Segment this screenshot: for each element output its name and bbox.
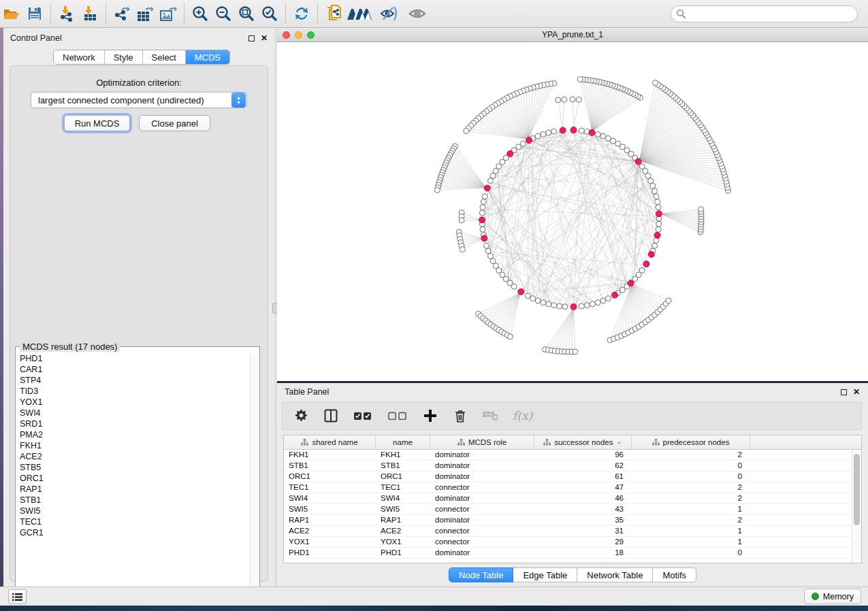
ring-node[interactable] <box>482 194 487 199</box>
mcds-result-item[interactable]: STB1 <box>16 495 249 506</box>
mcds-node[interactable] <box>589 129 595 135</box>
column-header-successor-nodes[interactable]: successor nodes⌄ <box>534 435 632 449</box>
table-row[interactable]: RAP1RAP1dominator352 <box>284 515 852 526</box>
export-network-icon[interactable] <box>110 3 133 24</box>
ring-node[interactable] <box>656 227 661 232</box>
export-table-icon[interactable] <box>133 3 157 24</box>
mcds-node[interactable] <box>570 303 577 310</box>
float-panel-icon[interactable] <box>841 389 847 395</box>
show-columns-icon[interactable] <box>323 408 338 424</box>
tab-motifs[interactable]: Motifs <box>653 567 696 582</box>
refresh-icon[interactable] <box>290 3 313 24</box>
ring-node[interactable] <box>648 178 654 184</box>
mcds-result-list[interactable]: PHD1CAR1STP4TID3YOX1SWI4SRD1PMA2FKH1ACE2… <box>16 353 249 597</box>
ring-node[interactable] <box>639 267 645 273</box>
ring-node[interactable] <box>579 303 584 309</box>
ring-node[interactable] <box>551 303 557 308</box>
memory-button[interactable]: Memory <box>804 589 861 604</box>
column-header-shared-name[interactable]: shared name <box>284 435 376 449</box>
ring-node[interactable] <box>611 138 616 144</box>
ring-node[interactable] <box>483 243 489 248</box>
leaf-node[interactable] <box>570 97 575 102</box>
leaf-node[interactable] <box>434 187 440 193</box>
close-panel-icon[interactable]: ✕ <box>853 389 860 395</box>
table-row[interactable]: FKH1FKH1dominator962 <box>284 450 852 461</box>
mcds-node[interactable] <box>570 127 577 133</box>
show-details-icon[interactable] <box>404 3 432 24</box>
tab-style[interactable]: Style <box>105 50 143 64</box>
ring-node[interactable] <box>479 210 485 216</box>
mcds-node[interactable] <box>648 251 654 257</box>
ring-node[interactable] <box>605 296 611 301</box>
ring-node[interactable] <box>605 135 611 141</box>
ring-node[interactable] <box>551 129 557 134</box>
tab-node-table[interactable]: Node Table <box>449 567 514 582</box>
table-row[interactable]: YOX1YOX1connector291 <box>284 537 852 548</box>
leaf-node[interactable] <box>576 97 581 102</box>
table-row[interactable]: SWI5SWI5connector431 <box>284 504 852 515</box>
table-row[interactable]: TEC1TEC1connector472 <box>284 482 852 493</box>
leaf-node[interactable] <box>460 246 465 252</box>
mcds-list-scrollbar[interactable] <box>250 353 259 597</box>
ring-node[interactable] <box>546 130 551 135</box>
network-graph[interactable] <box>277 42 868 381</box>
close-panel-button[interactable]: Close panel <box>139 115 210 131</box>
ring-node[interactable] <box>557 303 562 309</box>
mcds-node[interactable] <box>479 217 485 223</box>
tab-edge-table[interactable]: Edge Table <box>513 567 577 582</box>
ring-node[interactable] <box>487 253 493 259</box>
ring-node[interactable] <box>590 301 595 307</box>
mcds-node[interactable] <box>507 150 513 156</box>
save-icon[interactable] <box>23 3 46 24</box>
ring-node[interactable] <box>535 298 541 303</box>
function-builder-icon[interactable]: f(x) <box>513 409 532 423</box>
ring-node[interactable] <box>656 221 662 227</box>
ring-node[interactable] <box>480 227 485 232</box>
network-canvas[interactable] <box>277 42 868 381</box>
optimization-criterion-dropdown[interactable]: largest connected component (undirected)… <box>31 92 247 108</box>
mcds-result-item[interactable]: SRD1 <box>16 418 249 429</box>
table-settings-gear-icon[interactable] <box>293 408 308 424</box>
clone-network-icon[interactable] <box>322 3 345 24</box>
ring-node[interactable] <box>600 298 606 303</box>
tab-select[interactable]: Select <box>143 50 186 64</box>
deselect-all-rows-icon[interactable] <box>387 408 408 424</box>
mcds-result-item[interactable]: ORC1 <box>16 473 249 484</box>
mcds-node[interactable] <box>481 235 487 242</box>
mcds-result-item[interactable]: TEC1 <box>16 516 249 527</box>
mcds-result-item[interactable]: TID3 <box>16 386 249 397</box>
ring-node[interactable] <box>530 296 536 301</box>
ring-node[interactable] <box>579 128 584 133</box>
ring-node[interactable] <box>525 293 530 299</box>
ring-node[interactable] <box>541 300 546 306</box>
zoom-selected-icon[interactable] <box>258 3 281 24</box>
search-input[interactable] <box>671 5 858 22</box>
select-all-rows-icon[interactable] <box>353 408 372 424</box>
leaf-node[interactable] <box>562 97 567 102</box>
ring-node[interactable] <box>639 164 645 169</box>
ring-node[interactable] <box>480 205 485 210</box>
task-history-button[interactable] <box>8 589 27 604</box>
add-column-icon[interactable] <box>423 408 438 424</box>
mcds-node[interactable] <box>635 159 641 165</box>
ring-node[interactable] <box>541 131 546 137</box>
ring-node[interactable] <box>535 133 541 139</box>
ring-node[interactable] <box>656 205 661 210</box>
ring-node[interactable] <box>562 304 568 310</box>
ring-node[interactable] <box>650 183 656 188</box>
zoom-in-icon[interactable] <box>189 3 212 24</box>
ring-node[interactable] <box>595 131 600 137</box>
ring-node[interactable] <box>600 133 606 139</box>
ring-node[interactable] <box>655 199 660 205</box>
mcds-result-item[interactable]: CAR1 <box>16 364 249 375</box>
ring-node[interactable] <box>595 300 600 306</box>
zoom-fit-icon[interactable] <box>235 3 258 24</box>
mcds-result-item[interactable]: ACE2 <box>16 451 249 462</box>
mcds-result-item[interactable]: STP4 <box>16 375 249 386</box>
mcds-node[interactable] <box>526 137 532 144</box>
float-panel-icon[interactable] <box>248 35 255 42</box>
ring-node[interactable] <box>584 303 590 308</box>
tab-network-table[interactable]: Network Table <box>577 567 653 582</box>
mcds-result-item[interactable]: STB5 <box>16 462 249 473</box>
table-row[interactable]: STB1STB1dominator620 <box>284 461 852 472</box>
